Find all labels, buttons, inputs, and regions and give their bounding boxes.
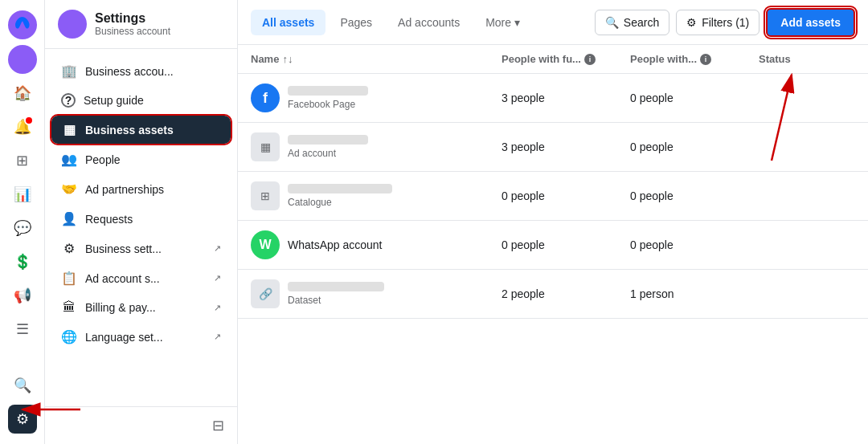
panel-toggle[interactable]: ⊟ [212,417,224,434]
assets-table: Name ↑↓ People with fu... i People with.… [238,45,868,444]
tab-ad-accounts[interactable]: Ad accounts [387,10,471,35]
sidebar-item-business-assets[interactable]: ▦ Business assets [51,116,231,144]
pages-nav-icon[interactable]: ⊞ [8,146,37,175]
main-content: All assets Pages Ad accounts More ▾ 🔍 Se… [238,0,868,444]
requests-icon: 👤 [61,211,77,226]
user-avatar[interactable] [8,45,37,74]
business-assets-icon: ▦ [61,122,77,137]
asset-name-text: Facebook Page [288,86,368,110]
asset-sub-name: Catalogue [288,197,332,208]
people-with-count: 1 person [630,287,759,300]
sidebar-item-business-account[interactable]: 🏢 Business accou... [51,57,231,85]
sidebar-item-setup-guide[interactable]: ? Setup guide [51,87,231,114]
search-nav-icon[interactable]: 🔍 [8,371,37,400]
sidebar-item-label: Ad partnerships [85,183,221,196]
campaigns-nav-icon[interactable]: 📢 [8,281,37,310]
table-row: W WhatsApp account 0 people 0 people [238,221,868,270]
analytics-nav-icon[interactable]: 📊 [8,180,37,209]
people-full-count: 0 people [502,238,630,251]
tab-pages[interactable]: Pages [329,10,383,35]
sidebar-item-ad-partnerships[interactable]: 🤝 Ad partnerships [51,175,231,203]
table-row: 🔗 Dataset 2 people 1 person [238,270,868,319]
more-tab-label: More [485,16,511,29]
table-row: ▦ Ad account 3 people 0 people [238,123,868,172]
people-icon: 👥 [61,152,77,167]
table-row: ⊞ Catalogue 0 people 0 people [238,172,868,221]
sidebar-item-label: Business accou... [85,65,221,78]
sidebar-item-label: Billing & pay... [85,301,206,314]
asset-name-text: Ad account [288,135,368,159]
sidebar-item-label: Requests [85,213,221,226]
asset-blurred-name [288,135,368,145]
column-people-full: People with fu... i [502,53,630,65]
asset-name-text: Dataset [288,282,384,306]
sidebar-item-requests[interactable]: 👤 Requests [51,205,231,233]
column-name-label: Name [251,53,279,65]
setup-guide-icon: ? [61,93,76,108]
sidebar-main-title: Settings [95,11,170,26]
settings-nav-icon[interactable]: ⚙ [8,405,37,434]
facebook-page-icon: f [251,84,280,112]
filters-label: Filters (1) [702,16,749,29]
people-with-count: 0 people [630,141,759,153]
people-full-count: 0 people [502,189,630,202]
search-icon: 🔍 [605,16,619,29]
business-account-icon: 🏢 [61,63,77,79]
asset-name-cell: f Facebook Page [251,84,502,112]
left-navigation: 🏠 🔔 ⊞ 📊 💬 💲 📢 ☰ 🔍 ⚙ [0,0,45,444]
sidebar-item-language[interactable]: 🌐 Language set... ↗ [51,323,231,351]
chevron-down-icon: ▾ [514,16,520,29]
tab-all-assets[interactable]: All assets [251,10,326,35]
people-full-count: 2 people [502,287,630,300]
tab-more[interactable]: More ▾ [474,10,531,35]
asset-name-cell: 🔗 Dataset [251,279,502,308]
asset-sub-name: Ad account [288,148,336,159]
business-settings-icon: ⚙ [61,241,77,256]
search-button[interactable]: 🔍 Search [595,10,669,35]
info-icon-people-with[interactable]: i [700,54,711,65]
sidebar-item-people[interactable]: 👥 People [51,145,231,173]
sidebar-item-label: People [85,153,221,166]
sidebar-header: Settings Business account [45,0,237,49]
sidebar-menu: 🏢 Business accou... ? Setup guide ▦ Busi… [45,49,237,359]
topbar-actions: 🔍 Search ⚙ Filters (1) Add assets [595,8,855,37]
sidebar-item-billing[interactable]: 🏛 Billing & pay... ↗ [51,294,231,321]
ad-account-settings-icon: 📋 [61,271,77,286]
asset-name-cell: W WhatsApp account [251,230,502,259]
monetize-nav-icon[interactable]: 💲 [8,247,37,276]
notification-nav-icon[interactable]: 🔔 [8,112,37,141]
column-status: Status [759,53,855,65]
external-link-icon: ↗ [214,273,221,283]
sidebar-item-label: Ad account s... [85,272,206,285]
sort-icon[interactable]: ↑↓ [282,53,293,65]
messages-nav-icon[interactable]: 💬 [8,214,37,242]
people-with-count: 0 people [630,189,759,202]
dataset-icon: 🔗 [251,279,280,308]
sidebar-item-label: Business assets [85,124,221,136]
asset-name-cell: ▦ Ad account [251,132,502,161]
sidebar-item-label: Setup guide [84,94,221,107]
catalogue-icon: ⊞ [251,181,280,210]
sidebar-item-ad-account-settings[interactable]: 📋 Ad account s... ↗ [51,264,231,292]
topbar: All assets Pages Ad accounts More ▾ 🔍 Se… [238,0,868,45]
asset-sub-name: Dataset [288,295,321,306]
sidebar-item-label: Business sett... [85,242,206,255]
sidebar-item-business-settings[interactable]: ⚙ Business sett... ↗ [51,234,231,263]
asset-name-text: Catalogue [288,184,392,208]
asset-sub-name: Facebook Page [288,99,355,110]
info-icon-people-full[interactable]: i [584,54,596,65]
billing-icon: 🏛 [61,300,77,315]
sidebar: Settings Business account 🏢 Business acc… [45,0,238,444]
asset-blurred-name [288,282,384,291]
column-people-with: People with... i [630,53,759,65]
add-assets-button[interactable]: Add assets [766,8,855,37]
people-full-count: 3 people [502,141,630,153]
asset-sub-name: WhatsApp account [288,238,383,251]
whatsapp-icon: W [251,230,280,259]
filters-button[interactable]: ⚙ Filters (1) [676,10,760,35]
home-nav-icon[interactable]: 🏠 [8,79,37,108]
people-with-count: 0 people [630,92,759,104]
external-link-icon: ↗ [214,303,221,313]
menu-nav-icon[interactable]: ☰ [8,315,37,344]
sidebar-avatar [58,10,87,39]
